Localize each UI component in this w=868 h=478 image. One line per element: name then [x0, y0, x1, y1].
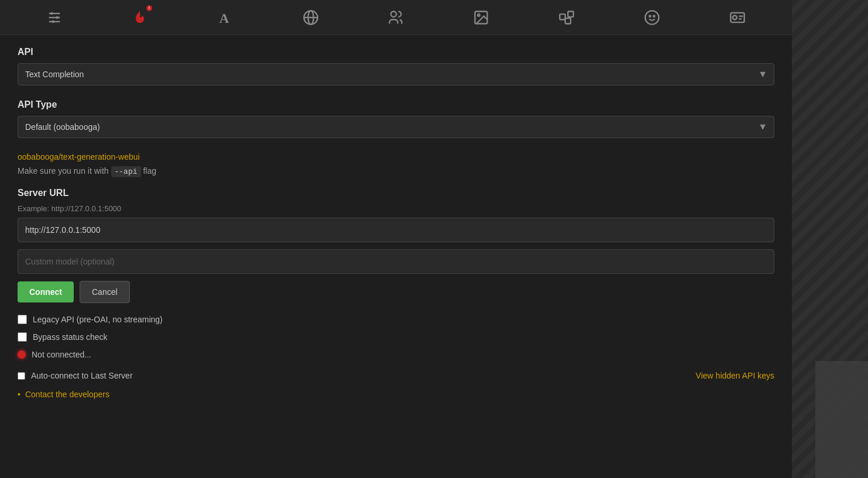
svg-point-18	[653, 15, 654, 16]
svg-text:A: A	[219, 11, 229, 26]
image-icon[interactable]	[466, 3, 496, 32]
auto-connect-label[interactable]: Auto-connect to Last Server	[31, 371, 133, 380]
status-dot	[18, 350, 26, 359]
contact-developers-link[interactable]: Contact the developers	[25, 390, 109, 399]
api-type-dropdown[interactable]: Default (oobabooga)	[18, 116, 774, 138]
status-text: Not connected...	[32, 350, 91, 359]
server-url-label: Server URL	[18, 188, 774, 198]
custom-model-input[interactable]	[18, 249, 774, 274]
blocks-icon[interactable]	[552, 3, 581, 32]
users-icon[interactable]	[381, 3, 410, 32]
sliders-icon[interactable]	[40, 3, 69, 32]
svg-point-3	[50, 12, 53, 15]
card-icon[interactable]	[723, 3, 752, 32]
page-body: API Text Completion ▼ API Type Default (…	[0, 35, 792, 478]
bypass-status-label[interactable]: Bypass status check	[33, 332, 108, 342]
connect-button[interactable]: Connect	[18, 281, 74, 302]
oobabooga-link[interactable]: oobabooga/text-generation-webui	[18, 152, 774, 161]
server-url-example: Example: http://127.0.0.1:5000	[18, 204, 774, 213]
globe-icon[interactable]	[296, 3, 325, 32]
svg-point-12	[478, 14, 480, 16]
auto-connect-row: Auto-connect to Last Server	[18, 371, 133, 380]
font-icon[interactable]: A	[211, 3, 240, 32]
contact-bullet: •	[18, 390, 20, 399]
connection-status-row: Not connected...	[18, 350, 774, 359]
server-url-input[interactable]	[18, 218, 774, 242]
bottom-row: Auto-connect to Last Server View hidden …	[18, 371, 774, 380]
svg-rect-13	[560, 14, 565, 19]
svg-rect-15	[565, 18, 571, 23]
api-section-label: API	[18, 47, 774, 57]
api-type-dropdown-wrapper: Default (oobabooga) ▼	[18, 116, 774, 138]
legacy-api-checkbox[interactable]	[18, 315, 27, 324]
api-dropdown-wrapper: Text Completion ▼	[18, 63, 774, 85]
svg-point-20	[733, 15, 737, 19]
api-flag-code: --api	[111, 166, 141, 177]
svg-point-17	[649, 15, 650, 16]
flame-icon[interactable]: !	[125, 3, 155, 32]
auto-connect-checkbox[interactable]	[18, 372, 25, 380]
api-dropdown[interactable]: Text Completion	[18, 63, 774, 85]
warning-badge: !	[146, 5, 152, 11]
action-buttons-row: Connect Cancel	[18, 281, 774, 303]
svg-point-16	[645, 11, 658, 24]
cancel-button[interactable]: Cancel	[80, 281, 130, 303]
toolbar: ! A	[0, 0, 792, 35]
svg-point-5	[52, 20, 54, 23]
smiley-icon[interactable]	[637, 3, 667, 32]
bypass-status-row: Bypass status check	[18, 332, 774, 342]
contact-row: • Contact the developers	[18, 390, 774, 399]
sidebar-right	[792, 0, 868, 478]
svg-point-10	[391, 11, 396, 16]
api-type-section-label: API Type	[18, 99, 774, 110]
svg-rect-14	[568, 11, 574, 16]
svg-point-4	[56, 16, 59, 19]
description-part2: flag	[141, 166, 156, 176]
legacy-api-row: Legacy API (pre-OAI, no streaming)	[18, 315, 774, 324]
description-part1: Make sure you run it with	[18, 166, 111, 176]
api-description: Make sure you run it with --api flag	[18, 166, 774, 176]
bypass-status-checkbox[interactable]	[18, 332, 27, 342]
view-api-keys-link[interactable]: View hidden API keys	[696, 371, 774, 380]
legacy-api-label[interactable]: Legacy API (pre-OAI, no streaming)	[33, 315, 163, 324]
sidebar-right-bottom-decoration	[815, 361, 868, 478]
